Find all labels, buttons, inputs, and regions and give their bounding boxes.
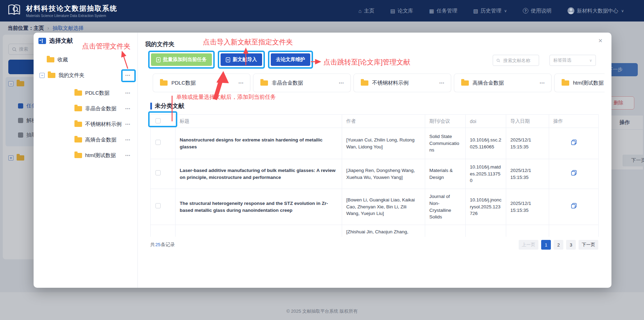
annotation-highlight-box: 去论文库维护	[268, 51, 313, 69]
folder-card-stainless[interactable]: 不锈钢材料示例 •••	[354, 73, 451, 92]
paper-journal: Journal of Non-Crystalline Solids	[425, 189, 466, 225]
row-actions	[549, 159, 599, 189]
add-to-task-icon[interactable]	[571, 139, 577, 145]
folder-icon	[47, 57, 54, 62]
pagination-page-2[interactable]: 2	[554, 240, 563, 250]
tree-item-pdlc[interactable]: PDLC数据 •••	[74, 88, 131, 97]
folder-card-row: PDLC数据 ••• 非晶合金数据 ••• 不锈钢材料示例 ••• 高熵合金数据…	[153, 73, 605, 92]
literature-search-input[interactable]	[503, 58, 536, 63]
nav-item-tasks[interactable]: ▦ 任务管理	[429, 8, 457, 14]
nav-item-help[interactable]: ? 使用说明	[523, 8, 552, 14]
goto-library-button[interactable]: 去论文库维护	[271, 53, 310, 66]
paper-title	[176, 225, 342, 237]
more-actions-icon[interactable]: •••	[125, 107, 131, 111]
more-actions-icon[interactable]: •••	[439, 81, 445, 85]
col-header-date: 导入日期	[506, 115, 549, 128]
modal-title: 选择文献	[49, 37, 73, 45]
import-new-button[interactable]: 新文献导入	[221, 53, 262, 66]
tree-item-stainless[interactable]: 不锈钢材料示例 •••	[74, 120, 131, 129]
paper-title: The structural heterogeneity response an…	[176, 189, 342, 225]
search-icon	[497, 58, 500, 63]
table-row: Nanostructured designs for extreme strai…	[151, 128, 599, 159]
paper-doi: 10.1016/j.ssc.2025.116065	[466, 128, 506, 159]
annotation-box-select-checkbox	[148, 111, 177, 127]
app-subtitle: Materials Science Literature Data Extrac…	[26, 14, 117, 18]
nav-item-library[interactable]: ▤ 论文库	[390, 8, 413, 14]
folder-card-amorphous[interactable]: 非晶合金数据 •••	[253, 73, 351, 92]
pagination: 上一页 1 2 3 下一页	[519, 240, 598, 250]
tree-item-amorphous[interactable]: 非晶合金数据 •••	[74, 104, 131, 113]
literature-icon	[38, 38, 46, 44]
app-logo-icon	[7, 3, 21, 19]
more-actions-icon[interactable]: •••	[125, 138, 131, 142]
folder-icon	[74, 90, 82, 96]
annotation-highlight-box: 新文献导入	[218, 51, 265, 69]
tree-item-my-folders[interactable]: − 我的文件夹 •••	[39, 71, 131, 80]
more-actions-icon[interactable]: •••	[125, 91, 131, 95]
paper-journal: Materials & Design	[425, 159, 466, 189]
annotation-highlight-box: 批量添加到当前任务	[148, 51, 215, 69]
modal-main: 我的文件夹 批量添加到当前任务	[138, 33, 611, 288]
more-actions-icon[interactable]: •••	[239, 81, 244, 85]
add-to-task-icon[interactable]	[571, 170, 577, 176]
document-plus-icon	[226, 57, 230, 62]
record-count: 共25条记录	[150, 242, 175, 248]
collapse-icon[interactable]: −	[39, 73, 45, 78]
literature-search-box[interactable]	[493, 55, 539, 66]
paper-doi	[466, 225, 506, 237]
folder-icon	[562, 80, 569, 86]
table-header-row: 标题 作者 期刊/会议 doi 导入日期 操作	[151, 115, 599, 128]
modal-sidebar-header: 选择文献	[38, 37, 73, 45]
pagination-page-3[interactable]: 3	[566, 240, 576, 250]
pagination-prev-button[interactable]: 上一页	[519, 240, 538, 250]
paper-doi: 10.1016/j.matdes.2025.113750	[466, 159, 506, 189]
paper-date: 2025/12/1 15:15:35	[506, 189, 549, 225]
tree-item-html-test[interactable]: html测试数据 •••	[74, 151, 131, 160]
chevron-down-icon: ∨	[504, 9, 507, 13]
table-row: Laser-based additive manufacturing of bu…	[151, 159, 599, 189]
nav-item-history[interactable]: ▧ 历史管理 ∨	[473, 8, 507, 14]
tree-item-favorites[interactable]: 收藏	[47, 55, 131, 64]
more-actions-icon[interactable]: •••	[125, 122, 131, 126]
literature-table-container: 标题 作者 期刊/会议 doi 导入日期 操作 Nanostructured d…	[150, 114, 599, 237]
section-accent-bar	[150, 103, 152, 110]
document-plus-icon	[156, 57, 161, 62]
nav-item-home[interactable]: ⌂ 主页	[358, 8, 374, 14]
folder-card-pdlc[interactable]: PDLC数据 •••	[153, 73, 250, 92]
table-footer: 共25条记录 上一页 1 2 3 下一页	[150, 240, 598, 250]
add-to-task-icon[interactable]	[571, 203, 577, 209]
folder-card-high-entropy[interactable]: 高熵合金数据 •••	[454, 73, 552, 92]
history-icon: ▧	[473, 8, 478, 14]
paper-date: 2025/12/1 15:15:35	[506, 128, 549, 159]
annotation-batch-hint: 单独或批量选择文献后，添加到当前任务	[176, 94, 276, 101]
literature-table: 标题 作者 期刊/会议 doi 导入日期 操作 Nanostructured d…	[150, 114, 599, 237]
folder-icon	[74, 122, 82, 127]
paper-journal: Solid State Communications	[425, 128, 466, 159]
app-title: 材料科技论文数据抽取系统	[26, 4, 117, 13]
col-header-actions: 操作	[549, 115, 599, 128]
chevron-down-icon: ∨	[589, 58, 592, 63]
annotation-import-hint: 点击导入新文献至指定文件夹	[203, 37, 293, 47]
row-checkbox[interactable]	[155, 170, 161, 175]
folder-card-html-test[interactable]: html测试数据 •••	[554, 73, 605, 92]
paper-authors: [Bowen Li, Guangkai Liao, Kaikai Cao, Zh…	[342, 189, 425, 225]
more-actions-icon[interactable]: •••	[125, 154, 131, 157]
annotation-manage-folder: 点击管理文件夹	[82, 42, 131, 51]
pagination-page-1[interactable]: 1	[541, 240, 551, 250]
tag-filter-select[interactable]: 标签筛选 ∨	[549, 55, 596, 66]
row-checkbox[interactable]	[155, 203, 161, 208]
col-header-doi: doi	[466, 115, 506, 128]
chevron-down-icon: ∨	[621, 9, 624, 13]
more-actions-icon[interactable]: •••	[339, 81, 344, 85]
top-navbar: 材料科技论文数据抽取系统 Materials Science Literatur…	[0, 0, 644, 21]
nav-item-user[interactable]: 新材料大数据中心 ∨	[567, 7, 624, 14]
tree-item-high-entropy[interactable]: 高熵合金数据 •••	[74, 135, 131, 144]
batch-add-button[interactable]: 批量添加到当前任务	[151, 53, 212, 66]
folder-icon	[461, 80, 469, 86]
nav-menu: ⌂ 主页 ▤ 论文库 ▦ 任务管理 ▧ 历史管理 ∨ ? 使用说明 新材料大数据…	[358, 7, 624, 14]
more-actions-icon[interactable]: •••	[540, 81, 545, 85]
pagination-next-button[interactable]: 下一页	[579, 240, 598, 250]
close-icon[interactable]: ×	[598, 37, 602, 45]
paper-title: Nanostructured designs for extreme strai…	[176, 128, 342, 159]
row-checkbox[interactable]	[155, 140, 161, 145]
